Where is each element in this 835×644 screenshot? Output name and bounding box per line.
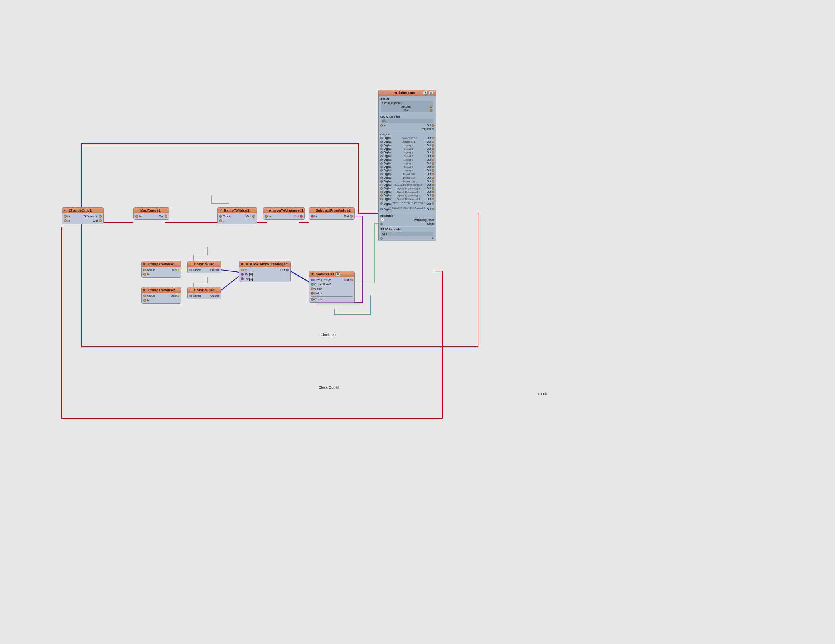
clock-out-at-label: Clock Out @ xyxy=(319,385,339,389)
port-dot xyxy=(380,169,383,172)
pin-sub: Digital[ 16 ][Analog][ 2 ] xyxy=(397,194,421,197)
pin-out: Out xyxy=(427,173,431,175)
pin-label: Digital xyxy=(384,173,391,175)
pin-label: Digital xyxy=(384,162,391,165)
compare-value1-node[interactable]: ≈ CompareValue1 Value Out In xyxy=(141,261,181,278)
port-dot xyxy=(143,273,146,276)
port-dot xyxy=(241,273,244,276)
port-dot xyxy=(135,215,138,218)
port-dot xyxy=(380,141,383,143)
port-dot xyxy=(99,219,102,222)
port-dot xyxy=(176,295,179,297)
rgbw-merger-node[interactable]: ⊕ RGBWColorMultiMerger1 In Out Pin[0] Pi… xyxy=(239,261,291,282)
pin-label: Digital xyxy=(384,208,391,211)
pin-out: Out xyxy=(427,176,431,179)
clock-out-label: Clock Out xyxy=(321,333,337,337)
neo-pixels-header: ★ NeoPixels1 ⚙ xyxy=(309,271,354,277)
port-dot xyxy=(380,173,383,175)
port-dot xyxy=(311,298,314,301)
pin-out: Out xyxy=(427,158,431,161)
digital-pin-row: Digital Digital[ 9 ] Out xyxy=(380,169,434,172)
digital-pin-row: Digital Digital[RX][ 0 ] Out xyxy=(380,136,434,140)
port-dot xyxy=(432,202,434,205)
pin-label: Digital xyxy=(384,169,391,172)
pin-sub: Digital[ 5 ] xyxy=(404,155,414,157)
pin-label: Digital xyxy=(384,144,391,147)
port-dot xyxy=(64,219,67,222)
port-dot xyxy=(380,184,383,186)
port-dot xyxy=(430,106,432,108)
pin-out: Out xyxy=(427,140,431,143)
pin-out: Out xyxy=(427,198,431,200)
port-dot xyxy=(380,191,383,193)
pin-label: Digital xyxy=(384,158,391,161)
pin-sub: Digital[RX][ 0 ] xyxy=(401,137,416,139)
compare-value2-node[interactable]: ≈ CompareValue2 Value Out In xyxy=(141,287,181,304)
pin-label: Digital xyxy=(384,147,391,150)
color1-header: 🎨 ColorValue1 xyxy=(188,261,221,267)
pin-label: Digital xyxy=(384,137,391,139)
neo-pixels-settings[interactable]: ⚙ xyxy=(335,272,340,276)
port-dot xyxy=(189,269,192,271)
map-range-node[interactable]: ↔ MapRange1 In Out xyxy=(133,207,169,220)
pin-out: Out xyxy=(427,180,431,183)
color2-header: 🎨 ColorValue2 xyxy=(188,287,221,293)
digital-pin-row: Digital Digital[ 10 ] Out xyxy=(380,172,434,176)
i2c-section: I2C Channels I2C In Out Request xyxy=(379,114,436,132)
i2c-subsection: I2C xyxy=(381,119,433,123)
port-dot xyxy=(219,219,222,222)
port-dot xyxy=(99,215,102,218)
pin-out: Out xyxy=(427,137,431,139)
change-only-node[interactable]: ≈ ChangeOnly1 In Difference In Out xyxy=(62,207,104,224)
port-dot xyxy=(432,141,434,143)
color-value1-node[interactable]: 🎨 ColorValue1 Clock Out xyxy=(187,261,221,273)
pin-out: Out xyxy=(427,151,431,154)
port-dot xyxy=(432,128,434,130)
port-dot xyxy=(380,194,383,197)
port-dot xyxy=(380,124,383,127)
pin-out: Out xyxy=(427,183,431,186)
arduino-close-btn[interactable]: × xyxy=(429,91,433,95)
port-dot xyxy=(432,184,434,186)
port-dot xyxy=(432,198,434,200)
pin-label: Digital xyxy=(384,198,391,200)
pin-label: Digital xyxy=(384,165,391,168)
serial-section: Serial Serial[ 0 ](9600) Sending Out xyxy=(379,96,436,114)
pin-sub: Digital[LED][SPI-SCK][ 13 ] xyxy=(394,184,423,186)
port-dot xyxy=(219,215,222,218)
analog-to-unsigned-node[interactable]: → AnalogToUnsigned1 In Out xyxy=(263,207,305,220)
digital-pin-row: Digital Digital[ 5 ] Out xyxy=(380,154,434,158)
digital-pin-row: Digital Digital[ 4 ] Out xyxy=(380,151,434,154)
port-dot xyxy=(380,144,383,147)
port-dot xyxy=(241,277,244,280)
port-dot xyxy=(432,173,434,175)
digital-pin-row: Digital Digital[ 6 ] Out xyxy=(380,158,434,161)
pin-out: Out xyxy=(427,155,431,157)
port-dot xyxy=(380,166,383,168)
neo-pixels-node[interactable]: ★ NeoPixels1 ⚙ PixelGroups Out Color Pix… xyxy=(309,271,355,303)
digital-pin-row: Digital Digital[ 8 ] Out xyxy=(380,165,434,169)
pin-out: Out xyxy=(427,194,431,197)
port-dot xyxy=(432,124,434,127)
arduino-uno-node[interactable]: 🔧 Arduino Uno ✎ × Serial Serial[ 0 ](960… xyxy=(378,90,436,242)
arduino-edit-btn[interactable]: ✎ xyxy=(423,91,428,95)
pin-label: Digital xyxy=(384,202,391,205)
port-dot xyxy=(432,208,434,210)
color-value2-node[interactable]: 🎨 ColorValue2 Clock Out xyxy=(187,287,221,299)
port-dot xyxy=(432,159,434,161)
ramp-header: ⟋ RampToValue1 xyxy=(218,208,257,213)
pin-sub: Digital[I2C-SCL][ 19 ][Analog][ 5 ] xyxy=(391,207,426,212)
subtract-node[interactable]: − SubtractFromValue1 In Out xyxy=(309,207,355,220)
port-dot xyxy=(432,169,434,172)
port-dot xyxy=(432,144,434,147)
port-dot xyxy=(311,215,314,218)
port-dot xyxy=(380,151,383,154)
port-dot xyxy=(311,292,314,295)
pin-label: Digital xyxy=(384,176,391,179)
pin-label: Digital xyxy=(384,190,391,193)
compare2-header: ≈ CompareValue2 xyxy=(142,287,181,293)
ramp-to-value-node[interactable]: ⟋ RampToValue1 Clock Out In xyxy=(217,207,257,224)
pin-sub: Digital[ 7 ] xyxy=(404,162,414,165)
change-only-header: ≈ ChangeOnly1 xyxy=(62,208,103,213)
arduino-header: 🔧 Arduino Uno ✎ × xyxy=(379,90,436,96)
